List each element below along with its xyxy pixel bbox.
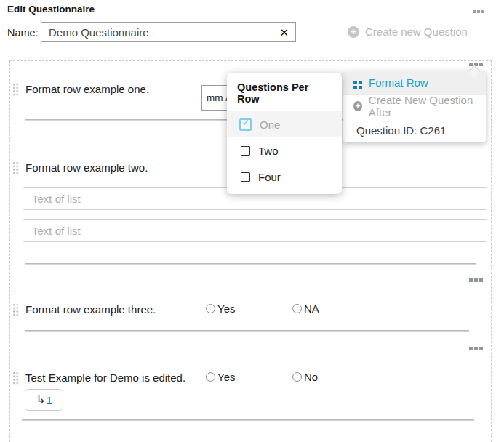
menu-item-question-id: Question ID: C261 — [343, 118, 486, 142]
popup-option-four[interactable]: Four — [227, 164, 342, 190]
divider — [25, 263, 476, 265]
questions-per-row-popup: Questions Per Row ✓ One Two Four — [227, 73, 342, 194]
menu-item-create-new-question-after[interactable]: + Create New Question After — [343, 94, 486, 118]
question-1-drag-handle[interactable] — [12, 83, 19, 96]
radio-icon — [206, 304, 215, 313]
plus-circle-icon: + — [348, 26, 359, 38]
menu-item-label: Format Row — [369, 76, 428, 89]
jump-to-question-button[interactable]: ↳ 1 — [25, 389, 63, 411]
radio-label: Yes — [217, 371, 235, 383]
question-1-text: Format row example one. — [25, 83, 149, 95]
empty-checkbox-icon — [241, 146, 250, 156]
jump-arrow-icon: ↳ — [36, 394, 45, 406]
option-label: Four — [258, 171, 281, 183]
edit-questionnaire-page: Edit Questionnaire Name: ✕ + Create new … — [0, 0, 504, 442]
jump-target-number: 1 — [47, 395, 52, 406]
name-label: Name: — [7, 27, 39, 39]
question-2-drag-handle[interactable] — [12, 161, 19, 174]
empty-checkbox-icon — [241, 172, 250, 182]
question-4-option-no[interactable]: No — [292, 371, 318, 383]
radio-icon — [292, 304, 302, 313]
checked-checkbox-icon: ✓ — [239, 118, 252, 131]
question-4-more-options-icon[interactable] — [468, 345, 484, 352]
question-2-list-input-2[interactable] — [23, 219, 487, 242]
create-new-question-button[interactable]: + Create new Question — [348, 25, 468, 38]
page-title: Edit Questionnaire — [7, 4, 95, 15]
plus-circle-icon: + — [353, 101, 362, 111]
radio-label: No — [304, 371, 318, 383]
menu-item-format-row[interactable]: Format Row — [343, 71, 486, 94]
question-3-more-options-icon[interactable] — [468, 277, 484, 284]
question-3-drag-handle[interactable] — [12, 303, 19, 316]
divider — [25, 330, 469, 332]
option-label: Two — [258, 145, 279, 157]
question-4-option-yes[interactable]: Yes — [206, 371, 235, 383]
question-context-menu: Format Row + Create New Question After Q… — [343, 71, 486, 142]
radio-icon — [292, 372, 302, 382]
divider — [22, 419, 474, 421]
popup-option-one[interactable]: ✓ One — [227, 111, 342, 137]
name-field: ✕ — [41, 22, 296, 42]
question-2-text: Format row example two. — [25, 161, 148, 174]
option-label: One — [260, 118, 280, 131]
name-input[interactable] — [41, 26, 273, 39]
popup-title: Questions Per Row — [227, 73, 342, 111]
menu-item-label: Create New Question After — [369, 94, 479, 118]
create-new-question-label: Create new Question — [365, 25, 468, 38]
radio-icon — [206, 372, 215, 382]
question-3-option-yes[interactable]: Yes — [206, 302, 235, 315]
radio-label: Yes — [217, 302, 235, 315]
question-id-label: Question ID: C261 — [356, 124, 446, 137]
page-more-options-icon[interactable] — [471, 9, 486, 15]
question-4-text: Test Example for Demo is edited. — [25, 371, 185, 384]
question-3-option-na[interactable]: NA — [292, 302, 319, 315]
clear-name-icon[interactable]: ✕ — [273, 27, 295, 38]
radio-label: NA — [304, 302, 319, 315]
popup-option-two[interactable]: Two — [227, 137, 342, 164]
question-4-drag-handle[interactable] — [12, 371, 19, 385]
grid-icon — [353, 81, 357, 84]
question-3-text: Format row example three. — [25, 303, 156, 316]
